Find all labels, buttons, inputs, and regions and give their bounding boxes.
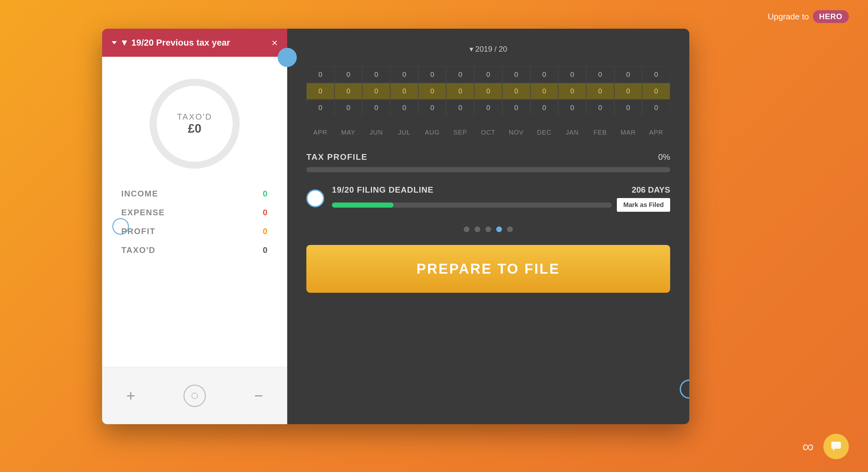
infinity-icon: ∞ xyxy=(802,437,814,456)
circle-chart: TAXO'D £0 xyxy=(147,76,243,172)
pagination-dot-0[interactable] xyxy=(464,227,469,232)
pagination-dots xyxy=(306,227,670,232)
right-panel: ▾ 2019 / 20 0000000000000000000000000000… xyxy=(287,29,689,424)
grid-cell-1-6: 0 xyxy=(474,83,502,100)
target-button[interactable] xyxy=(184,384,206,407)
deadline-days: 206 DAYS xyxy=(632,185,670,195)
month-label-4: AUG xyxy=(418,129,446,136)
month-label-11: MAR xyxy=(614,129,642,136)
grid-cell-1-8: 0 xyxy=(530,83,558,100)
close-button[interactable]: × xyxy=(272,38,278,48)
grid-row-0: 0000000000000 xyxy=(306,66,670,83)
grid-cell-2-8: 0 xyxy=(530,100,558,116)
upgrade-label: Upgrade to xyxy=(768,12,809,22)
right-year-selector[interactable]: ▾ 2019 / 20 xyxy=(306,45,670,54)
month-label-2: JUN xyxy=(362,129,390,136)
grid-cell-2-7: 0 xyxy=(502,100,530,116)
grid-cell-2-3: 0 xyxy=(390,100,418,116)
tax-profile-value: 0% xyxy=(658,152,670,162)
month-label-8: DEC xyxy=(530,129,558,136)
pagination-dot-2[interactable] xyxy=(485,227,491,232)
grid-cell-0-2: 0 xyxy=(362,66,390,83)
circle-label: TAXO'D xyxy=(177,112,213,122)
month-label-6: OCT xyxy=(474,129,502,136)
grid-cell-0-10: 0 xyxy=(586,66,614,83)
deadline-progress-bg xyxy=(332,203,612,208)
taxod-value: 0 xyxy=(263,245,268,255)
income-label: INCOME xyxy=(121,189,158,199)
grid-row-2: 0000000000000 xyxy=(306,100,670,116)
month-labels: APRMAYJUNJULAUGSEPOCTNOVDECJANFEBMARAPR xyxy=(306,129,670,136)
svg-rect-1 xyxy=(831,442,841,449)
bottom-right-icons: ∞ xyxy=(802,434,849,459)
filing-deadline-row: 19/20 FILING DEADLINE 206 DAYS Mark as F… xyxy=(306,185,670,212)
grid-cell-0-1: 0 xyxy=(335,66,363,83)
svg-marker-2 xyxy=(833,449,835,451)
stat-row-taxod: TAXO'D 0 xyxy=(121,241,268,260)
left-nav-circle xyxy=(112,218,129,235)
grid-cell-1-7: 0 xyxy=(502,83,530,100)
grid-cell-1-12: 0 xyxy=(642,83,670,100)
grid-cell-2-4: 0 xyxy=(418,100,446,116)
tax-profile-row: TAX PROFILE 0% xyxy=(306,152,670,162)
profit-value: 0 xyxy=(263,227,268,236)
taxod-label: TAXO'D xyxy=(121,245,155,255)
tax-profile-label: TAX PROFILE xyxy=(306,152,368,162)
pagination-dot-3[interactable] xyxy=(496,227,502,232)
hero-badge[interactable]: HERO xyxy=(813,10,849,23)
grid-cell-0-7: 0 xyxy=(502,66,530,83)
grid-cell-0-11: 0 xyxy=(614,66,642,83)
grid-cell-0-4: 0 xyxy=(418,66,446,83)
grid-cell-1-10: 0 xyxy=(586,83,614,100)
target-icon xyxy=(191,393,198,399)
grid-cell-2-6: 0 xyxy=(474,100,502,116)
upgrade-area: Upgrade to HERO xyxy=(768,10,849,23)
income-value: 0 xyxy=(263,189,268,199)
grid-cell-0-8: 0 xyxy=(530,66,558,83)
mark-filed-button[interactable]: Mark as Filed xyxy=(617,198,670,212)
expense-label: EXPENSE xyxy=(121,208,165,217)
indicator-bottom-right xyxy=(680,379,689,399)
pagination-dot-1[interactable] xyxy=(474,227,480,232)
grid-cell-0-3: 0 xyxy=(390,66,418,83)
left-panel: ▼ 19/20 Previous tax year × TAXO'D £0 IN… xyxy=(102,29,287,424)
year-selector-title[interactable]: ▼ 19/20 Previous tax year xyxy=(112,38,230,48)
chat-button[interactable] xyxy=(823,434,849,459)
grid-cell-1-3: 0 xyxy=(390,83,418,100)
deadline-progress-fill xyxy=(332,203,394,208)
month-label-9: JAN xyxy=(558,129,586,136)
expense-value: 0 xyxy=(263,208,268,217)
grid-row-1: 0000000000000 xyxy=(306,83,670,100)
grid-cell-2-2: 0 xyxy=(362,100,390,116)
grid-cell-2-9: 0 xyxy=(558,100,586,116)
chevron-down-icon xyxy=(112,41,117,44)
grid-cell-1-4: 0 xyxy=(418,83,446,100)
grid-cell-1-1: 0 xyxy=(335,83,363,100)
deadline-title: 19/20 FILING DEADLINE xyxy=(332,185,434,195)
stat-row-expense: EXPENSE 0 xyxy=(121,203,268,222)
month-label-0: APR xyxy=(306,129,335,136)
deadline-bar-area: Mark as Filed xyxy=(332,198,670,212)
year-label: ▼ 19/20 Previous tax year xyxy=(120,38,230,48)
month-label-1: MAY xyxy=(335,129,363,136)
grid-cell-2-11: 0 xyxy=(614,100,642,116)
grid-cell-1-0: 0 xyxy=(306,83,335,100)
nav-circle-left[interactable] xyxy=(112,218,129,235)
month-label-7: NOV xyxy=(502,129,530,136)
minus-button[interactable]: − xyxy=(254,388,263,403)
grid-cell-0-9: 0 xyxy=(558,66,586,83)
circle-value: £0 xyxy=(177,122,213,136)
month-label-12: APR xyxy=(642,129,670,136)
grid-cell-0-6: 0 xyxy=(474,66,502,83)
grid-cell-2-0: 0 xyxy=(306,100,335,116)
pagination-dot-4[interactable] xyxy=(507,227,513,232)
stat-row-profit: PROFIT 0 xyxy=(121,222,268,241)
month-label-5: SEP xyxy=(446,129,474,136)
prepare-to-file-button[interactable]: PREPARE TO FILE xyxy=(306,245,670,293)
grid-cell-1-11: 0 xyxy=(614,83,642,100)
right-year-label: ▾ 2019 / 20 xyxy=(469,45,507,54)
add-button[interactable]: + xyxy=(126,388,135,403)
main-card: ▼ 19/20 Previous tax year × TAXO'D £0 IN… xyxy=(102,29,689,424)
grid-cell-0-12: 0 xyxy=(642,66,670,83)
grid-cell-0-5: 0 xyxy=(446,66,474,83)
